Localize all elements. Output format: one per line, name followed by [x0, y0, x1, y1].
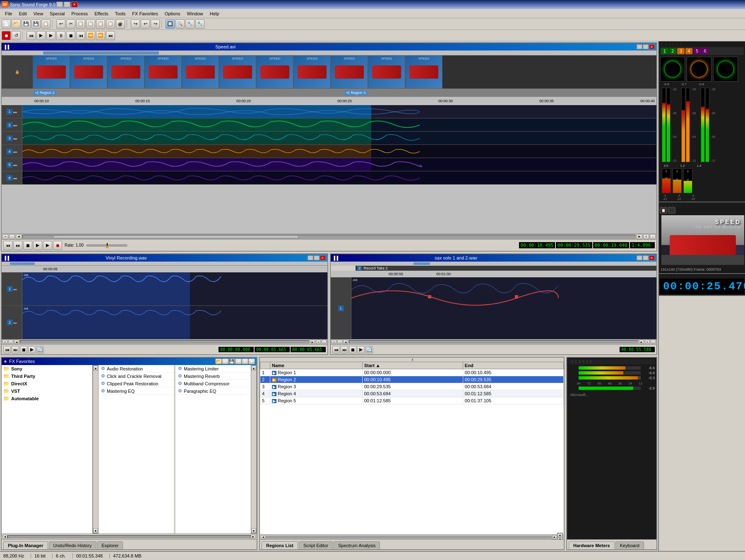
save-as-button[interactable]: 💾	[31, 19, 41, 29]
vinyl-maximize[interactable]: □	[314, 255, 320, 260]
ch-tab-1[interactable]: 1	[661, 48, 668, 54]
col-start[interactable]: Start ▲	[362, 362, 463, 369]
menu-special[interactable]: Special	[46, 10, 68, 17]
sax-stop[interactable]: ⏹	[349, 346, 356, 353]
tb-stop[interactable]: ⏹	[23, 241, 32, 250]
sax-zoom-in[interactable]: +	[332, 340, 336, 344]
vinyl-loop[interactable]: 🔄	[36, 346, 44, 353]
paste-button[interactable]: 📋	[86, 19, 95, 29]
menu-file[interactable]: File	[2, 10, 16, 17]
main-win-maximize[interactable]: □	[643, 44, 649, 49]
settings-button[interactable]: 🔧	[185, 19, 195, 29]
pause-button[interactable]: ⏸	[56, 31, 65, 40]
sax-minimize[interactable]: ─	[637, 255, 642, 260]
zoom-out-btn[interactable]: -	[9, 234, 15, 239]
fx-scroll-down[interactable]: ▼	[251, 528, 256, 533]
menu-help[interactable]: Help	[207, 10, 223, 17]
channel-down-btn[interactable]: -	[650, 234, 656, 239]
menu-options[interactable]: Options	[161, 10, 184, 17]
tb-play[interactable]: ▶	[33, 241, 42, 250]
vinyl-minimize[interactable]: ─	[308, 255, 313, 260]
fx-mastering-eq[interactable]: ⚙Mastering EQ	[99, 387, 174, 395]
fx-btn-close[interactable]: ✕	[235, 358, 242, 364]
end-button[interactable]: ⏭	[106, 31, 115, 40]
redo-button[interactable]: ↪	[131, 19, 140, 29]
maximize-button[interactable]: □	[64, 2, 70, 7]
start-button[interactable]: ⏮	[76, 31, 85, 40]
fx-tree-sony[interactable]: 📁 Sony	[2, 365, 92, 373]
menu-effects[interactable]: Effects	[91, 10, 111, 17]
fx-scroll-up[interactable]: ▲	[251, 365, 256, 370]
ch-tab-3[interactable]: 3	[677, 48, 685, 54]
ch-tab-2[interactable]: 2	[669, 48, 677, 54]
regions-hscroll-left[interactable]: ◄	[261, 535, 266, 539]
menu-edit[interactable]: Edit	[16, 10, 30, 17]
sax-scroll-left[interactable]: ◄	[343, 340, 348, 344]
vinyl-prev[interactable]: ⏮	[3, 346, 11, 353]
video-settings-btn[interactable]: □	[668, 207, 675, 214]
vinyl-ch-up[interactable]: +	[316, 340, 321, 344]
play2-button[interactable]: ▶	[46, 31, 55, 40]
sax-loop[interactable]: 🔄	[365, 346, 373, 353]
save-button[interactable]: 💾	[22, 19, 31, 29]
region-row-5[interactable]: 5 ▶ Region 5 00:01:12.585 00:01:37.105	[260, 397, 564, 404]
tab-undo-history[interactable]: Undo/Redo History	[49, 541, 96, 549]
col-num[interactable]	[260, 362, 270, 369]
fx-multiband[interactable]: ⚙Multiband Compressor	[175, 380, 251, 387]
region-row-1[interactable]: 1 ▶ Region 1 00:00:00.000 00:00:10.495	[260, 369, 564, 376]
main-win-close[interactable]: ✕	[649, 44, 655, 49]
vinyl-ch-down[interactable]: -	[322, 340, 327, 344]
tb-play2[interactable]: ▶	[43, 241, 52, 250]
new-button[interactable]: 📄	[2, 19, 11, 29]
menu-window[interactable]: Window	[184, 10, 207, 17]
sax-maximize[interactable]: □	[643, 255, 649, 260]
sax-ch-down[interactable]: -	[651, 340, 656, 344]
undo-button[interactable]: ↩	[56, 19, 65, 29]
tb-next[interactable]: ⏭	[13, 241, 22, 250]
minimize-button[interactable]: ─	[56, 2, 63, 7]
copy-button[interactable]: 📋	[76, 19, 85, 29]
vinyl-scroll-right[interactable]: ►	[310, 340, 315, 344]
tb-prev[interactable]: ⏮	[3, 241, 12, 250]
sax-scroll-right[interactable]: ►	[639, 340, 644, 344]
menu-tools[interactable]: Tools	[112, 10, 129, 17]
sax-zoom-out[interactable]: -	[337, 340, 342, 344]
fx-btn5[interactable]: ▼	[248, 358, 255, 364]
cut-button[interactable]: ✂	[66, 19, 75, 29]
region-row-4[interactable]: 4 ▶ Region 4 00:00:53.684 00:01:12.585	[260, 390, 564, 397]
fx-clipped-peak[interactable]: ⚙Clipped Peak Restoration	[99, 380, 174, 387]
vinyl-zoom-out[interactable]: -	[8, 340, 13, 344]
fx-click-removal[interactable]: ⚙Click and Crackle Removal	[99, 373, 174, 380]
sax-prev[interactable]: ⏮	[332, 346, 340, 353]
loop-button[interactable]: ↺	[12, 31, 21, 40]
sax-ch-up[interactable]: +	[645, 340, 650, 344]
vinyl-play[interactable]: ▶	[28, 346, 36, 353]
col-end[interactable]: End	[463, 362, 563, 369]
settings2-button[interactable]: 🔧	[195, 19, 204, 29]
vinyl-close[interactable]: ✕	[320, 255, 326, 260]
edit-tool-button[interactable]: 🔲	[166, 19, 175, 29]
fx-mastering-limiter[interactable]: ⚙Mastering Limiter	[175, 365, 251, 373]
fx-tree-vst[interactable]: 📁 VST	[2, 387, 92, 395]
region-row-3[interactable]: 3 ▶ Region 3 00:00:29.535 00:00:53.684	[260, 383, 564, 390]
record-button[interactable]: ⏺	[2, 31, 11, 40]
tree-scroll-up[interactable]: ▲	[93, 365, 98, 370]
main-win-minimize[interactable]: ─	[637, 44, 642, 49]
rewind-button[interactable]: ⏪	[86, 31, 95, 40]
tab-explorer[interactable]: Explorer	[97, 541, 123, 549]
regions-vscroll-up[interactable]: ▲	[558, 533, 562, 537]
sax-close[interactable]: ✕	[649, 255, 655, 260]
zoom-button[interactable]: 🔍	[175, 19, 185, 29]
sax-next[interactable]: ⏭	[341, 346, 348, 353]
forward-button[interactable]: ⏩	[96, 31, 105, 40]
play-button[interactable]: ▶	[36, 31, 46, 40]
fx-tree-automatable[interactable]: 📁 Automatable	[2, 395, 92, 402]
undo2-button[interactable]: ↩	[141, 19, 150, 29]
region-row-2[interactable]: 2 ▶ Region 2 00:00:10.495 00:00:29.535	[260, 376, 564, 383]
tab-hardware-meters[interactable]: Hardware Meters	[569, 541, 615, 549]
fx-tree-directx[interactable]: 📁 DirectX	[2, 380, 92, 387]
fx-btn1[interactable]: 📂	[215, 358, 222, 364]
fx-btn2[interactable]: ↩	[222, 358, 228, 364]
zoom-in-btn[interactable]: +	[2, 234, 8, 239]
ch-tab-6[interactable]: 6	[702, 48, 709, 54]
